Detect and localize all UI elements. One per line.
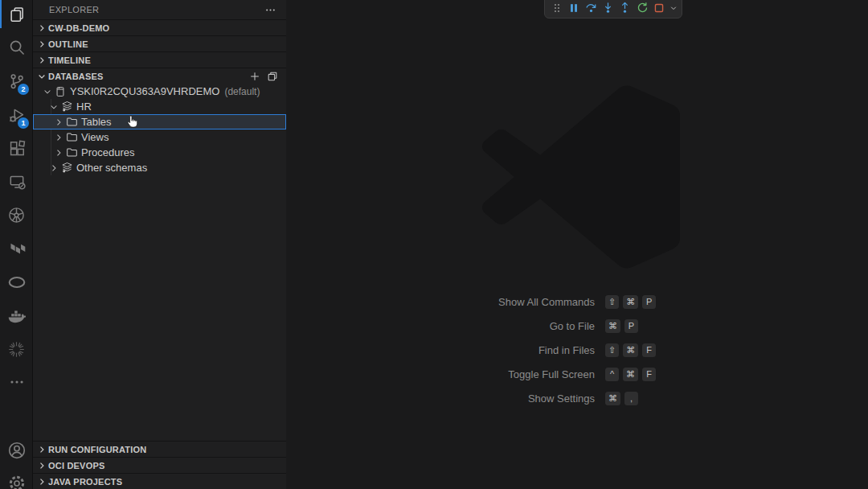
- folder-icon: [65, 131, 78, 143]
- views-more-actions-button[interactable]: [264, 4, 276, 16]
- debug-toolbar: [544, 0, 682, 18]
- tree-item-tables[interactable]: Tables: [33, 114, 286, 129]
- activity-extensions-button[interactable]: [0, 132, 33, 164]
- files-icon: [8, 6, 26, 23]
- shortcut-label: Go to File: [318, 320, 595, 332]
- activity-oracle-button[interactable]: [0, 266, 33, 298]
- section-oci-devops[interactable]: OCI DEVOPS: [33, 457, 286, 473]
- ellipsis-icon: [264, 4, 276, 16]
- vscode-window: 2 1: [0, 0, 868, 489]
- pause-icon: [568, 2, 579, 14]
- section-databases[interactable]: DATABASES: [33, 68, 286, 84]
- tree-item-connection[interactable]: YSKI0R2CQU363A9VHRDEMO (default): [33, 84, 286, 99]
- debug-step-over-button[interactable]: [583, 0, 600, 16]
- chevron-down-icon[interactable]: [47, 102, 60, 112]
- folder-name: Tables: [81, 116, 112, 128]
- shortcut-label: Find in Files: [318, 344, 595, 356]
- section-cw-db-demo[interactable]: CW-DB-DEMO: [33, 19, 286, 35]
- open-new-window-button[interactable]: [267, 71, 278, 82]
- shortcut-row: Go to File ⌘ P: [318, 314, 768, 338]
- remote-explorer-icon: [8, 173, 26, 191]
- tree-item-hr-schema[interactable]: HR: [33, 99, 286, 114]
- section-java-projects[interactable]: JAVA PROJECTS: [33, 473, 286, 489]
- activity-bar: 2 1: [0, 0, 33, 489]
- key-shift: ⇧: [605, 343, 619, 357]
- windows-icon: [267, 71, 278, 82]
- vscode-logo-watermark: [482, 85, 680, 269]
- explorer-sidebar: EXPLORER CW-DB-DEMO OUTLINE TIMELINE: [33, 0, 286, 489]
- kubernetes-icon: [7, 206, 26, 224]
- shortcut-label: Toggle Full Screen: [318, 368, 595, 380]
- oracle-icon: [7, 273, 27, 292]
- activity-sunburst-button[interactable]: [0, 333, 33, 365]
- activity-explorer-button[interactable]: [0, 0, 33, 28]
- terraform-icon: [8, 240, 26, 257]
- restart-icon: [637, 2, 649, 14]
- debug-step-out-button[interactable]: [616, 0, 633, 16]
- grip-dots-icon: [553, 2, 561, 14]
- chevron-down-icon[interactable]: [41, 87, 54, 97]
- section-label: CW-DB-DEMO: [48, 23, 109, 33]
- chevron-right-icon: [35, 461, 48, 471]
- chevron-right-icon[interactable]: [52, 148, 65, 158]
- folder-name: Views: [81, 131, 108, 143]
- shortcut-row: Show All Commands ⇧ ⌘ P: [318, 290, 768, 314]
- activity-source-control-button[interactable]: 2: [0, 65, 33, 97]
- shortcut-row: Find in Files ⇧ ⌘ F: [318, 338, 768, 362]
- tree-item-views[interactable]: Views: [33, 129, 286, 145]
- shortcut-row: Toggle Full Screen ^ ⌘ F: [318, 362, 768, 386]
- run-debug-badge: 1: [18, 117, 29, 129]
- settings-button[interactable]: [0, 467, 33, 489]
- step-into-icon: [602, 2, 614, 14]
- sidebar-header: EXPLORER: [33, 0, 286, 19]
- debug-pause-button[interactable]: [565, 0, 582, 16]
- connection-default-tag: (default): [224, 86, 260, 97]
- ellipsis-icon: [8, 373, 26, 391]
- section-outline[interactable]: OUTLINE: [33, 35, 286, 51]
- tree-item-other-schemas[interactable]: Other schemas: [33, 160, 286, 175]
- sidebar-title: EXPLORER: [49, 5, 99, 14]
- debug-restart-button[interactable]: [633, 0, 650, 16]
- key-comma: ,: [624, 392, 638, 405]
- activity-remote-explorer-button[interactable]: [0, 166, 33, 198]
- debug-stop-button[interactable]: [651, 0, 668, 16]
- editor-area: Show All Commands ⇧ ⌘ P Go to File ⌘ P F…: [286, 0, 868, 489]
- activity-more-button[interactable]: [0, 366, 33, 398]
- chevron-right-icon[interactable]: [52, 117, 65, 127]
- sunburst-icon: [7, 340, 26, 359]
- search-icon: [8, 39, 26, 56]
- section-label: OUTLINE: [48, 39, 88, 49]
- key-cmd: ⌘: [623, 343, 638, 357]
- gear-icon: [7, 474, 27, 489]
- shortcut-label: Show All Commands: [318, 296, 595, 308]
- debug-stop-dropdown-button[interactable]: [668, 0, 678, 16]
- key-ctrl: ^: [605, 368, 619, 381]
- activity-docker-button[interactable]: [0, 299, 33, 331]
- schema-name: HR: [76, 101, 92, 113]
- debug-step-into-button[interactable]: [600, 0, 616, 16]
- step-over-icon: [585, 2, 597, 14]
- key-letter: F: [642, 343, 656, 357]
- plus-icon: [249, 71, 260, 82]
- section-timeline[interactable]: TIMELINE: [33, 51, 286, 68]
- chevron-right-icon[interactable]: [52, 133, 65, 142]
- add-connection-button[interactable]: [249, 71, 260, 82]
- shortcut-keys: ⌘ P: [601, 319, 768, 333]
- activity-kubernetes-button[interactable]: [0, 199, 33, 231]
- tree-item-procedures[interactable]: Procedures: [33, 145, 286, 160]
- key-cmd: ⌘: [605, 319, 620, 333]
- chevron-right-icon: [35, 55, 48, 65]
- section-label: RUN CONFIGURATION: [48, 445, 146, 454]
- chevron-right-icon[interactable]: [47, 163, 60, 173]
- schema-name: Other schemas: [76, 162, 147, 174]
- section-run-configuration[interactable]: RUN CONFIGURATION: [33, 441, 286, 457]
- activity-run-debug-button[interactable]: 1: [0, 99, 33, 131]
- activity-search-button[interactable]: [0, 31, 33, 64]
- debug-toolbar-drag-handle[interactable]: [548, 0, 565, 16]
- schema-icon: [60, 101, 73, 113]
- accounts-button[interactable]: [0, 434, 33, 466]
- activity-terraform-button[interactable]: [0, 232, 33, 265]
- chevron-right-icon: [35, 23, 48, 33]
- shortcut-row: Show Settings ⌘ ,: [318, 386, 768, 410]
- database-tree: YSKI0R2CQU363A9VHRDEMO (default) HR: [33, 84, 286, 175]
